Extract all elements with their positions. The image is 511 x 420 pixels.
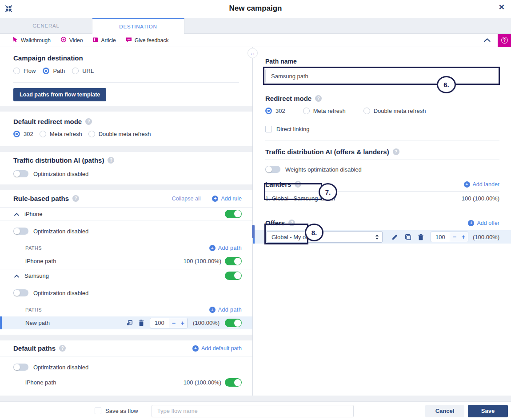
weight-stepper[interactable]: 100 − + xyxy=(431,232,468,242)
walkthrough-link[interactable]: Walkthrough xyxy=(12,36,51,44)
close-icon[interactable]: ✕ xyxy=(499,4,505,11)
optimization-toggle-row: Optimization disabled xyxy=(0,364,252,371)
offer-weight-pct: (100.00%) xyxy=(473,234,499,240)
checkbox-icon[interactable] xyxy=(265,126,272,132)
radio-selected-icon[interactable] xyxy=(265,108,272,114)
radio-url[interactable]: URL xyxy=(72,68,94,74)
redirect-mode-title: Redirect mode xyxy=(265,95,311,102)
minus-button[interactable]: − xyxy=(169,320,178,327)
section-gap xyxy=(0,146,252,152)
help-toolbar: Walkthrough Video Article Give feedback xyxy=(0,34,511,47)
direct-linking-checkbox-row[interactable]: Direct linking xyxy=(265,126,499,132)
radio-icon[interactable] xyxy=(13,68,20,74)
toggle-on[interactable] xyxy=(225,210,242,218)
radio-path[interactable]: Path xyxy=(43,68,65,74)
path-row-selected[interactable]: New path 100 − xyxy=(0,316,252,329)
save-as-flow-label: Save as flow xyxy=(105,408,138,414)
add-default-path-link[interactable]: + Add default path xyxy=(192,345,242,352)
toggle-off[interactable] xyxy=(13,289,28,296)
chevron-up-icon[interactable] xyxy=(14,211,19,217)
weight-stepper[interactable]: 100 − + xyxy=(150,318,188,328)
toggle-on[interactable] xyxy=(225,319,242,327)
toggle-off[interactable] xyxy=(13,228,28,235)
toggle-off[interactable] xyxy=(13,364,28,371)
save-as-flow-checkbox[interactable] xyxy=(95,408,101,414)
radio-meta-refresh[interactable]: Meta refresh xyxy=(303,108,346,114)
radio-selected-icon[interactable] xyxy=(13,131,20,137)
help-button[interactable]: ? xyxy=(498,34,511,47)
help-circle-icon[interactable]: ? xyxy=(295,181,301,188)
tab-destination[interactable]: DESTINATION xyxy=(92,18,184,34)
toggle-on[interactable] xyxy=(225,272,242,280)
help-circle-icon[interactable]: ? xyxy=(393,148,399,155)
add-rule-link[interactable]: + Add rule xyxy=(212,196,242,202)
video-label: Video xyxy=(69,37,83,44)
radio-icon[interactable] xyxy=(40,131,46,137)
trash-icon[interactable] xyxy=(418,234,424,240)
save-button[interactable]: Save xyxy=(468,405,508,417)
path-name: iPhone path xyxy=(25,379,56,386)
chevron-up-icon[interactable] xyxy=(484,38,491,42)
path-row[interactable]: iPhone path 100 (100.00%) xyxy=(0,378,252,387)
help-circle-icon[interactable]: ? xyxy=(315,95,322,102)
trash-icon[interactable] xyxy=(138,320,144,326)
flow-name-input[interactable] xyxy=(152,405,354,417)
scrollbar-thumb[interactable] xyxy=(252,225,255,238)
footer-bar: Save as flow Cancel Save xyxy=(0,401,511,420)
help-circle-icon[interactable]: ? xyxy=(288,220,295,226)
radio-double-meta-refresh[interactable]: Double meta refresh xyxy=(363,108,426,114)
duplicate-icon[interactable] xyxy=(126,320,133,326)
radio-icon[interactable] xyxy=(88,131,95,137)
rule-group-header[interactable]: Samsung xyxy=(0,269,252,282)
toggle-on[interactable] xyxy=(225,378,242,387)
default-redirect-section: Default redirect mode ? 302 Meta refresh… xyxy=(0,112,252,146)
divider xyxy=(265,160,499,160)
radio-double-meta-refresh[interactable]: Double meta refresh xyxy=(88,131,151,137)
video-link[interactable]: Video xyxy=(60,36,83,44)
radio-meta-refresh[interactable]: Meta refresh xyxy=(40,131,82,137)
add-lander-link[interactable]: + Add lander xyxy=(464,181,499,188)
add-offer-link[interactable]: + Add offer xyxy=(468,220,499,226)
optimization-toggle-row: Optimization disabled xyxy=(0,228,252,235)
offer-select[interactable]: Global - My offer xyxy=(267,231,383,243)
help-circle-icon[interactable]: ? xyxy=(59,345,66,352)
collapse-all-link[interactable]: Collapse all xyxy=(172,196,201,202)
eye-icon xyxy=(60,36,67,44)
plus-button[interactable]: + xyxy=(459,233,468,240)
toggle-on[interactable] xyxy=(225,257,242,265)
left-panel: Campaign destination Flow Path URL xyxy=(0,47,252,396)
cancel-button[interactable]: Cancel xyxy=(425,405,464,417)
radio-302[interactable]: 302 xyxy=(13,131,33,137)
minus-button[interactable]: − xyxy=(450,233,459,240)
lander-row[interactable]: 1. Global - Samsung lander 100 (100.00%) xyxy=(265,192,499,205)
copy-icon[interactable] xyxy=(405,234,411,240)
pencil-icon[interactable] xyxy=(391,233,399,240)
give-feedback-link[interactable]: Give feedback xyxy=(126,37,169,44)
tab-general[interactable]: GENERAL xyxy=(0,18,92,33)
toggle-off[interactable] xyxy=(265,166,280,173)
rule-group-header[interactable]: iPhone xyxy=(0,207,252,220)
add-path-link[interactable]: + Add path xyxy=(209,245,242,251)
radio-icon[interactable] xyxy=(303,108,310,114)
chevron-up-icon[interactable] xyxy=(14,272,19,279)
path-row[interactable]: iPhone path 100 (100.00%) xyxy=(0,257,252,265)
toggle-off[interactable] xyxy=(13,170,28,177)
help-circle-icon[interactable]: ? xyxy=(85,118,92,125)
help-circle-icon[interactable]: ? xyxy=(108,157,114,164)
radio-icon[interactable] xyxy=(363,108,370,114)
path-name-input[interactable] xyxy=(265,69,499,83)
radio-icon[interactable] xyxy=(72,68,79,74)
radio-302[interactable]: 302 xyxy=(265,108,285,114)
offer-row-selected[interactable]: Global - My offer xyxy=(253,230,511,244)
plus-button[interactable]: + xyxy=(178,320,187,327)
radio-flow[interactable]: Flow xyxy=(13,68,36,74)
lander-weight: 100 (100.00%) xyxy=(462,195,499,202)
help-circle-icon[interactable]: ? xyxy=(72,195,79,202)
offers-title: Offers xyxy=(265,219,285,227)
resize-handle-icon[interactable]: ↔ xyxy=(248,48,258,58)
add-path-link[interactable]: + Add path xyxy=(209,307,242,313)
radio-selected-icon[interactable] xyxy=(43,68,49,74)
article-link[interactable]: Article xyxy=(92,37,116,44)
load-paths-button[interactable]: Load paths from flow template xyxy=(13,88,106,101)
new-campaign-modal: New campaign ✕ GENERAL DESTINATION Walkt… xyxy=(0,0,511,420)
